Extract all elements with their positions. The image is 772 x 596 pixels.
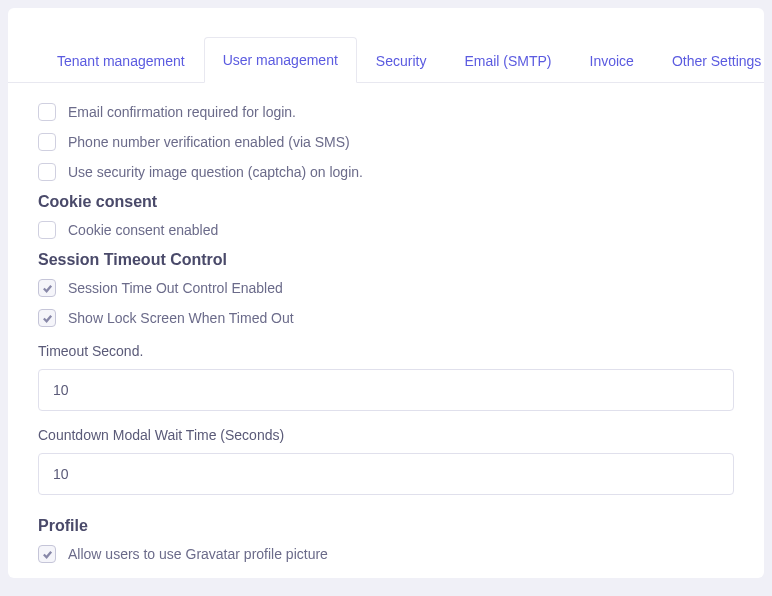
tab-email-smtp[interactable]: Email (SMTP) (445, 38, 570, 83)
check-icon (42, 549, 53, 560)
label-countdown-wait: Countdown Modal Wait Time (Seconds) (38, 427, 734, 443)
checkbox-label-gravatar: Allow users to use Gravatar profile pict… (68, 546, 328, 562)
checkbox-phone-verify[interactable] (38, 133, 56, 151)
tab-security[interactable]: Security (357, 38, 446, 83)
tab-invoice[interactable]: Invoice (571, 38, 653, 83)
checkbox-captcha[interactable] (38, 163, 56, 181)
check-icon (42, 283, 53, 294)
checkbox-session-timeout[interactable] (38, 279, 56, 297)
checkbox-row-session-timeout: Session Time Out Control Enabled (38, 279, 734, 297)
checkbox-label-captcha: Use security image question (captcha) on… (68, 164, 363, 180)
checkbox-row-email-confirm: Email confirmation required for login. (38, 103, 734, 121)
checkbox-lock-screen[interactable] (38, 309, 56, 327)
checkbox-row-cookie-consent: Cookie consent enabled (38, 221, 734, 239)
checkbox-row-captcha: Use security image question (captcha) on… (38, 163, 734, 181)
check-icon (42, 313, 53, 324)
checkbox-gravatar[interactable] (38, 545, 56, 563)
checkbox-label-email-confirm: Email confirmation required for login. (68, 104, 296, 120)
heading-session-timeout: Session Timeout Control (38, 251, 734, 269)
tab-content: Email confirmation required for login. P… (8, 83, 764, 596)
tab-tenant-management[interactable]: Tenant management (38, 38, 204, 83)
checkbox-row-lock-screen: Show Lock Screen When Timed Out (38, 309, 734, 327)
label-timeout-second: Timeout Second. (38, 343, 734, 359)
settings-card: Tenant management User management Securi… (8, 8, 764, 578)
input-timeout-second[interactable] (38, 369, 734, 411)
checkbox-label-phone-verify: Phone number verification enabled (via S… (68, 134, 350, 150)
checkbox-row-gravatar: Allow users to use Gravatar profile pict… (38, 545, 734, 563)
checkbox-label-lock-screen: Show Lock Screen When Timed Out (68, 310, 294, 326)
checkbox-label-session-timeout: Session Time Out Control Enabled (68, 280, 283, 296)
heading-cookie-consent: Cookie consent (38, 193, 734, 211)
heading-profile: Profile (38, 517, 734, 535)
checkbox-label-cookie-consent: Cookie consent enabled (68, 222, 218, 238)
checkbox-row-phone-verify: Phone number verification enabled (via S… (38, 133, 734, 151)
input-countdown-wait[interactable] (38, 453, 734, 495)
tab-user-management[interactable]: User management (204, 37, 357, 83)
tabs-nav: Tenant management User management Securi… (8, 8, 764, 83)
checkbox-email-confirm[interactable] (38, 103, 56, 121)
checkbox-cookie-consent[interactable] (38, 221, 56, 239)
tab-other-settings[interactable]: Other Settings (653, 38, 772, 83)
